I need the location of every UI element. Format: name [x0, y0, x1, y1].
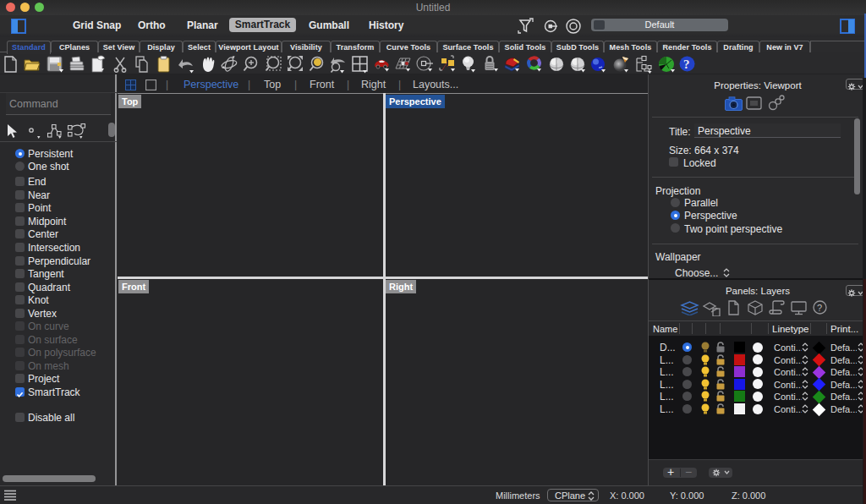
- svg-text:?: ?: [683, 58, 690, 71]
- svg-text:?: ?: [817, 303, 822, 313]
